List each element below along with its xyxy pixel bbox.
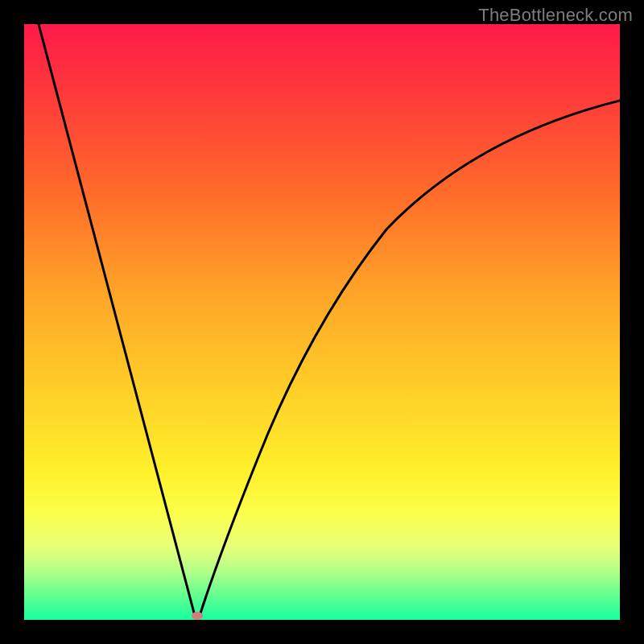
plot-area bbox=[24, 24, 620, 620]
bottleneck-curve bbox=[24, 24, 620, 620]
chart-frame: TheBottleneck.com bbox=[0, 0, 644, 644]
watermark-text: TheBottleneck.com bbox=[478, 5, 633, 26]
minimum-marker bbox=[192, 612, 203, 620]
